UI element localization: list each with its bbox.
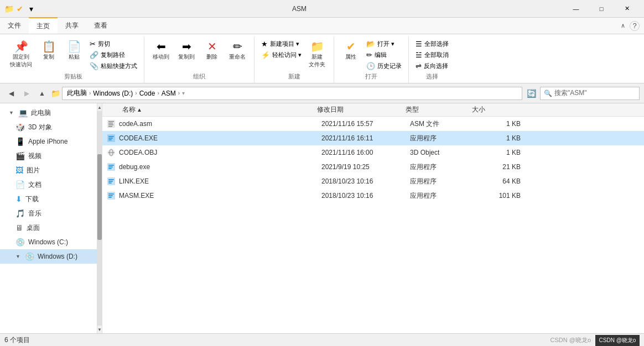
properties-button[interactable]: ✔ 属性 bbox=[339, 39, 363, 63]
sidebar-label-thispc: 此电脑 bbox=[31, 108, 51, 118]
sidebar: ▼ 💻 此电脑 🎲 3D 对象 📱 Apple iPhone 🎬 视频 🖼 图片 bbox=[0, 103, 97, 333]
sidebar-item-photos[interactable]: 🖼 图片 bbox=[0, 163, 97, 177]
file-icon-exe bbox=[107, 134, 116, 143]
window-title: ASM bbox=[35, 5, 563, 13]
path-asm[interactable]: ASM bbox=[162, 90, 176, 97]
sidebar-item-music[interactable]: 🎵 音乐 bbox=[0, 206, 97, 221]
pin-button[interactable]: 📌 固定到快速访问 bbox=[7, 39, 35, 71]
scroll-down-button[interactable]: ▼ bbox=[97, 326, 102, 333]
sidebar-item-3dobjects[interactable]: 🎲 3D 对象 bbox=[0, 120, 97, 134]
tab-home[interactable]: 主页 bbox=[29, 17, 58, 34]
address-path[interactable]: 此电脑 › Windows (D:) › Code › ASM › ▾ bbox=[62, 87, 522, 100]
invertsel-icon: ⇌ bbox=[416, 62, 422, 70]
winc-icon: 💿 bbox=[15, 238, 25, 247]
sidebar-item-thispc[interactable]: ▼ 💻 此电脑 bbox=[0, 106, 97, 120]
svg-rect-3 bbox=[108, 124, 113, 125]
sidebar-item-winc[interactable]: 💿 Windows (C:) bbox=[0, 235, 97, 249]
sidebar-item-iphone[interactable]: 📱 Apple iPhone bbox=[0, 134, 97, 149]
new-folder-button[interactable]: 📁 新建文件夹 bbox=[305, 39, 329, 71]
cut-button[interactable]: ✂ 剪切 bbox=[87, 39, 139, 49]
file-row[interactable]: CODEA.EXE 2021/11/16 16:11 应用程序 1 KB bbox=[102, 131, 644, 145]
file-row[interactable]: codeA.asm 2021/11/16 15:57 ASM 文件 1 KB bbox=[102, 117, 644, 131]
open-group: ✔ 属性 📂 打开 ▾ ✏ 编辑 🕒 历史记录 bbox=[334, 36, 409, 83]
tab-share[interactable]: 共享 bbox=[58, 18, 86, 34]
path-code[interactable]: Code bbox=[139, 90, 155, 97]
col-date[interactable]: 修改日期 bbox=[317, 105, 406, 114]
copy-path-button[interactable]: 🔗 复制路径 bbox=[87, 50, 139, 60]
tab-file[interactable]: 文件 bbox=[0, 18, 29, 34]
file-type: 应用程序 bbox=[410, 191, 476, 201]
file-icon-link bbox=[107, 177, 116, 186]
dl-icon: ⬇ bbox=[15, 195, 22, 203]
file-date: 2021/11/16 16:00 bbox=[321, 149, 410, 156]
paste-shortcut-button[interactable]: 📎 粘贴快捷方式 bbox=[87, 61, 139, 71]
delete-button[interactable]: ✕ 删除 bbox=[200, 39, 224, 63]
paste-button[interactable]: 📄 粘贴 bbox=[62, 39, 86, 63]
back-button[interactable]: ◀ bbox=[4, 87, 18, 100]
col-size[interactable]: 大小 bbox=[472, 105, 516, 114]
new-small-buttons: ★ 新建项目 ▾ ⚡ 轻松访问 ▾ bbox=[259, 39, 304, 60]
title-bar: 📁 ✔ ▾ ASM — □ ✕ bbox=[0, 0, 644, 18]
maximize-button[interactable]: □ bbox=[589, 0, 614, 18]
path-thispc[interactable]: 此电脑 bbox=[67, 88, 87, 98]
up-button[interactable]: ▲ bbox=[35, 87, 49, 100]
select-items: ☰ 全部选择 ☱ 全部取消 ⇌ 反向选择 bbox=[413, 36, 451, 71]
forward-button[interactable]: ▶ bbox=[20, 87, 33, 100]
path-dropdown-icon[interactable]: ▾ bbox=[182, 90, 185, 96]
file-date: 2018/10/23 10:16 bbox=[321, 192, 410, 200]
copy-button[interactable]: 📋 复制 bbox=[37, 39, 61, 63]
clipboard-label: 剪贴板 bbox=[7, 71, 139, 83]
search-box[interactable]: 🔍 搜索"ASM" bbox=[540, 87, 640, 100]
rename-icon: ✏ bbox=[233, 41, 242, 52]
music-icon: 🎵 bbox=[15, 209, 25, 218]
ribbon-collapse-icon[interactable]: ∧ bbox=[621, 22, 625, 29]
minimize-button[interactable]: — bbox=[563, 0, 589, 18]
svg-rect-22 bbox=[108, 195, 113, 196]
path-drive[interactable]: Windows (D:) bbox=[93, 90, 133, 97]
sidebar-item-video[interactable]: 🎬 视频 bbox=[0, 149, 97, 163]
scroll-up-button[interactable]: ▲ bbox=[97, 103, 102, 111]
dropdown-icon[interactable]: ▾ bbox=[27, 4, 35, 13]
file-row[interactable]: LINK.EXE 2018/10/23 10:16 应用程序 64 KB bbox=[102, 174, 644, 188]
col-type[interactable]: 类型 bbox=[406, 105, 472, 114]
sidebar-label-winc: Windows (C:) bbox=[28, 238, 68, 246]
file-list: codeA.asm 2021/11/16 15:57 ASM 文件 1 KB C… bbox=[102, 117, 644, 333]
file-row[interactable]: debug.exe 2021/9/19 10:25 应用程序 21 KB bbox=[102, 160, 644, 174]
scroll-thumb[interactable] bbox=[97, 154, 102, 240]
easyaccess-icon: ⚡ bbox=[261, 51, 270, 59]
help-icon[interactable]: ? bbox=[630, 21, 640, 31]
sidebar-item-wind[interactable]: ▼ 💿 Windows (D:) bbox=[0, 249, 97, 264]
new-item-button[interactable]: ★ 新建项目 ▾ bbox=[259, 39, 304, 49]
select-group: ☰ 全部选择 ☱ 全部取消 ⇌ 反向选择 选择 bbox=[409, 36, 455, 83]
open-icon: 📂 bbox=[366, 40, 375, 48]
item-count: 6 个项目 bbox=[4, 335, 30, 345]
col-name[interactable]: 名称 ▲ bbox=[107, 105, 317, 114]
sidebar-item-documents[interactable]: 📄 文档 bbox=[0, 177, 97, 192]
refresh-button[interactable]: 🔄 bbox=[524, 87, 538, 100]
svg-rect-18 bbox=[108, 181, 113, 182]
select-small-buttons: ☰ 全部选择 ☱ 全部取消 ⇌ 反向选择 bbox=[413, 39, 451, 71]
rename-button[interactable]: ✏ 重命名 bbox=[225, 39, 250, 63]
move-button[interactable]: ⬅ 移动到 bbox=[149, 39, 173, 63]
svg-rect-4 bbox=[108, 126, 112, 127]
history-button[interactable]: 🕒 历史记录 bbox=[364, 61, 404, 71]
open-button[interactable]: 📂 打开 ▾ bbox=[364, 39, 404, 49]
tab-view[interactable]: 查看 bbox=[86, 18, 115, 34]
file-row[interactable]: MASM.EXE 2018/10/23 10:16 应用程序 101 KB bbox=[102, 188, 644, 203]
select-all-button[interactable]: ☰ 全部选择 bbox=[413, 39, 451, 49]
file-type: 应用程序 bbox=[410, 162, 476, 172]
close-button[interactable]: ✕ bbox=[614, 0, 640, 18]
easy-access-button[interactable]: ⚡ 轻松访问 ▾ bbox=[259, 50, 304, 60]
file-row[interactable]: CODEA.OBJ 2021/11/16 16:00 3D Object 1 K… bbox=[102, 145, 644, 160]
file-size: 1 KB bbox=[476, 134, 521, 142]
edit-button[interactable]: ✏ 编辑 bbox=[364, 50, 404, 60]
file-type: 应用程序 bbox=[410, 177, 476, 186]
svg-rect-23 bbox=[108, 197, 112, 198]
clipboard-small-buttons: ✂ 剪切 🔗 复制路径 📎 粘贴快捷方式 bbox=[87, 39, 139, 71]
file-area: 名称 ▲ 修改日期 类型 大小 codeA.asm 2021/11/16 15:… bbox=[102, 103, 644, 333]
sidebar-item-downloads[interactable]: ⬇ 下载 bbox=[0, 192, 97, 206]
select-none-button[interactable]: ☱ 全部取消 bbox=[413, 50, 451, 60]
invert-select-button[interactable]: ⇌ 反向选择 bbox=[413, 61, 451, 71]
copyto-button[interactable]: ➡ 复制到 bbox=[174, 39, 199, 63]
sidebar-item-desktop[interactable]: 🖥 桌面 bbox=[0, 221, 97, 235]
